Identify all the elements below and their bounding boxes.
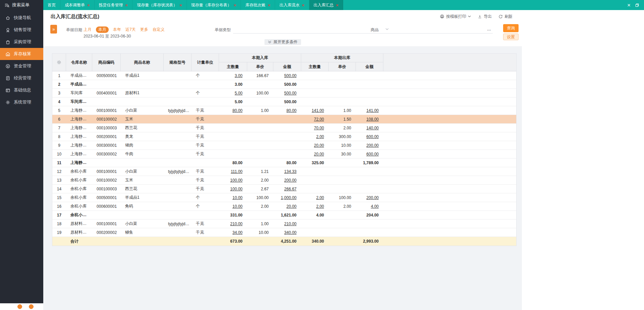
footer-quick-icon-1[interactable] xyxy=(17,304,22,309)
table-row-selected[interactable]: 6上海静安仓000100002玉米千克72.001.50108.00 xyxy=(52,115,516,124)
drill-down-link[interactable]: 134.33 xyxy=(284,169,297,174)
double-angle-right-icon[interactable]: » xyxy=(50,25,57,34)
tab-close-icon[interactable]: × xyxy=(234,3,236,7)
col-header-spec[interactable]: 规格型号 xyxy=(164,54,192,71)
date-option[interactable]: 自定义 xyxy=(153,27,165,33)
table-row[interactable]: 18原材料仓库000100001小白菜tyjyjtyjtyjdf...千克210… xyxy=(52,220,516,228)
table-row[interactable]: 12余杭小库000100001小白菜tyjyjtyjtyjdf...千克111.… xyxy=(52,167,516,176)
product-more-icon[interactable]: … xyxy=(487,27,491,32)
drill-down-link[interactable]: 340.00 xyxy=(284,230,297,235)
drill-down-link[interactable]: 34.00 xyxy=(232,230,243,235)
col-group-outbound[interactable]: 本期出库 xyxy=(301,54,383,62)
table-subtotal-row[interactable]: 17余杭小库【...331.001,621.004.00204.00 xyxy=(52,211,516,220)
tab-close-icon[interactable]: × xyxy=(125,3,128,7)
col-header-warehouse[interactable]: 仓库名称 xyxy=(66,54,92,71)
tab-item[interactable]: 首页 xyxy=(43,0,60,10)
table-row[interactable]: 13余杭小库000100002玉米千克100.002.00200.00 xyxy=(52,176,516,185)
table-row[interactable]: 8上海静安仓000200001奥龙千克2.00300.00600.00 xyxy=(52,132,516,141)
sidebar-search-menu[interactable]: 搜索菜单 xyxy=(0,0,43,10)
drill-down-link[interactable]: 2.00 xyxy=(316,204,324,209)
drill-down-link[interactable]: 2.00 xyxy=(316,134,324,139)
drill-down-link[interactable]: 111.00 xyxy=(231,169,243,174)
drill-down-link[interactable]: 10.00 xyxy=(232,195,243,200)
tab-item[interactable]: 现存量（库存状况表）× xyxy=(132,0,187,10)
sidebar-item-purchase[interactable]: 采购管理 xyxy=(0,36,43,48)
sidebar-item-operation[interactable]: 经营管理 xyxy=(0,72,43,84)
table-row[interactable]: 3车间库000400001原材料1个5.00100.00500.00 xyxy=(52,89,516,98)
col-header-out-price[interactable]: 单价 xyxy=(329,62,356,71)
tab-item[interactable]: 出入库流水× xyxy=(275,0,309,10)
column-settings-gear-icon[interactable] xyxy=(52,54,66,71)
tab-active[interactable]: 出入库汇总× xyxy=(309,0,343,10)
drill-down-link[interactable]: 200.00 xyxy=(366,143,379,148)
drill-down-link[interactable]: 140.00 xyxy=(366,126,379,130)
drill-down-link[interactable]: 200.00 xyxy=(284,178,297,183)
table-row[interactable]: 9上海静安仓000300001猪肉千克20.0010.00200.00 xyxy=(52,141,516,150)
col-header-out-amount[interactable]: 金额 xyxy=(356,62,383,71)
date-option[interactable]: 本年 xyxy=(113,27,121,33)
restore-icon[interactable] xyxy=(635,3,639,7)
tab-close-icon[interactable]: × xyxy=(336,3,339,7)
table-row[interactable]: 19原材料仓库000200002鳗鱼千克34.0010.00340.00 xyxy=(52,228,516,237)
drill-down-link[interactable]: 100.00 xyxy=(230,187,243,191)
table-row[interactable]: 15余杭小库000500001半成品1个10.00100.001,000.002… xyxy=(52,193,516,202)
col-header-in-amount[interactable]: 金额 xyxy=(273,62,301,71)
col-header-in-price[interactable]: 单价 xyxy=(247,62,273,71)
drill-down-link[interactable]: 141.00 xyxy=(366,108,379,113)
drill-down-link[interactable]: 600.00 xyxy=(366,134,379,139)
drill-down-link[interactable]: 10.00 xyxy=(232,204,243,209)
col-header-unit[interactable]: 计量单位 xyxy=(192,54,219,71)
drill-down-link[interactable]: 1,000.00 xyxy=(281,195,297,200)
tab-close-icon[interactable]: × xyxy=(179,3,182,7)
drill-down-link[interactable]: 210.00 xyxy=(284,222,297,226)
table-row[interactable]: 5上海静安仓000100001小白菜tyjyjtyjtyjdf...千克80.0… xyxy=(52,106,516,115)
table-subtotal-row[interactable]: 2半成品仓库...3.00500.00 xyxy=(52,80,516,89)
sidebar-item-funds[interactable]: 资金管理 xyxy=(0,60,43,72)
sidebar-item-sales[interactable]: 销售管理 xyxy=(0,24,43,36)
drill-down-link[interactable]: 20.00 xyxy=(314,143,324,148)
date-option[interactable]: 近7天 xyxy=(125,27,136,33)
sidebar-item-nav[interactable]: 快捷导航 xyxy=(0,12,43,24)
drill-down-link[interactable]: 80.00 xyxy=(286,108,297,113)
col-header-out-qty[interactable]: 主数量 xyxy=(301,62,329,71)
footer-quick-icon-2[interactable] xyxy=(29,304,34,309)
drill-down-link[interactable]: 600.00 xyxy=(366,152,379,157)
settings-button[interactable]: 设置 xyxy=(503,34,519,40)
tab-item[interactable]: 现存量（库存分布表）× xyxy=(187,0,241,10)
query-button[interactable]: 查询 xyxy=(503,24,519,32)
sidebar-item-system[interactable]: 系统管理 xyxy=(0,96,43,108)
date-option[interactable]: 更多 xyxy=(140,27,148,33)
export-button[interactable]: 导出 xyxy=(478,14,492,19)
tab-item[interactable]: 拣货任务管理× xyxy=(95,0,133,10)
product-input[interactable]: … xyxy=(381,25,493,34)
drill-down-link[interactable]: 266.67 xyxy=(284,187,297,191)
drill-down-link[interactable]: 500.00 xyxy=(284,91,297,96)
drill-down-link[interactable]: 72.00 xyxy=(314,117,324,122)
drill-down-link[interactable]: 210.00 xyxy=(230,222,243,226)
table-subtotal-row[interactable]: 11上海静安仓...80.0080.00325.001,789.00 xyxy=(52,159,516,167)
drill-down-link[interactable]: 80.00 xyxy=(232,108,243,113)
drill-down-link[interactable]: 4.00 xyxy=(371,204,379,209)
table-row[interactable]: 10上海静安仓000300002牛肉千克20.0030.00600.00 xyxy=(52,150,516,159)
tab-close-icon[interactable]: × xyxy=(302,3,305,7)
date-option[interactable]: 上月 xyxy=(84,27,92,33)
tab-item[interactable]: 库存批次账× xyxy=(241,0,275,10)
table-subtotal-row[interactable]: 4车间库【小...5.00500.00 xyxy=(52,98,516,106)
drill-down-link[interactable]: 20.00 xyxy=(314,152,324,157)
drill-down-link[interactable]: 200.00 xyxy=(366,195,379,200)
drill-down-link[interactable]: 100.00 xyxy=(230,178,243,183)
date-range-value[interactable]: 2023-06-01 至 2023-06-30 xyxy=(84,34,131,39)
tab-item[interactable]: 成本调整单× xyxy=(60,0,95,10)
drill-down-link[interactable]: 70.00 xyxy=(314,126,324,130)
drill-down-link[interactable]: 500.00 xyxy=(284,73,297,78)
doc-type-select[interactable] xyxy=(233,25,391,34)
date-option-selected[interactable]: 本月 xyxy=(96,26,109,33)
drill-down-link[interactable]: 141.00 xyxy=(312,108,324,113)
drill-down-link[interactable]: 2.00 xyxy=(316,195,324,200)
expand-more-conditions-button[interactable]: 展开更多条件 xyxy=(264,39,301,45)
sidebar-item-baseinfo[interactable]: 基础信息 xyxy=(0,84,43,96)
tab-close-icon[interactable]: × xyxy=(87,3,90,7)
table-row[interactable]: 1半成品仓库000500001半成品1个3.00166.67500.00 xyxy=(52,71,516,80)
col-header-in-qty[interactable]: 主数量 xyxy=(219,62,247,71)
col-header-name[interactable]: 商品名称 xyxy=(121,54,164,71)
